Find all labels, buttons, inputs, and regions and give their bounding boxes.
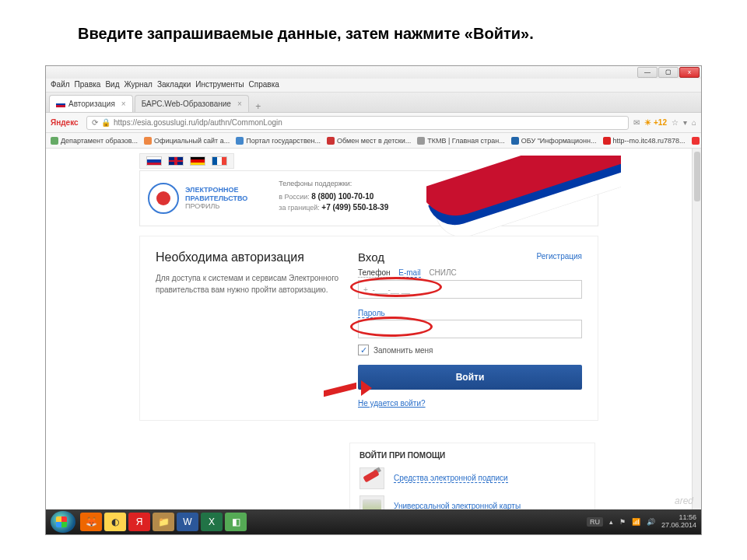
address-row: Яндекс ⟳ 🔒 https://esia.gosuslugi.ru/idp…: [46, 113, 701, 133]
bookmarks-bar: Департамент образов... Официальный сайт …: [46, 133, 701, 149]
tab-snils[interactable]: СНИЛС: [429, 268, 456, 277]
logo-text: ЭЛЕКТРОННОЕ ПРАВИТЕЛЬСТВО ПРОФИЛЬ: [185, 186, 247, 210]
tab-close-icon[interactable]: ×: [121, 100, 126, 108]
login-method-tabs: Телефон E-mail СНИЛС: [358, 268, 582, 277]
alt-item-signature[interactable]: Средства электронной подписи: [359, 467, 585, 489]
forgot-link[interactable]: Не удается войти?: [358, 399, 426, 408]
taskbar: 🦊 ◐ Я 📁 W X ◧ RU ▴ ⚑ 📶 🔊 11:56 27.06.201…: [46, 509, 701, 534]
auth-description: Для доступа к системам и сервисам Электр…: [156, 272, 350, 296]
close-button[interactable]: x: [679, 67, 700, 78]
auth-card: Необходима авторизация Для доступа к сис…: [139, 236, 598, 421]
mail-icon[interactable]: ✉: [633, 118, 640, 127]
lang-indicator[interactable]: RU: [587, 517, 603, 527]
password-input[interactable]: [358, 320, 582, 338]
minimize-button[interactable]: —: [637, 67, 658, 78]
alt-heading: ВОЙТИ ПРИ ПОМОЩИ: [359, 451, 585, 460]
explorer-icon[interactable]: 📁: [153, 513, 174, 531]
excel-icon[interactable]: X: [201, 513, 223, 531]
page-content: ЭЛЕКТРОННОЕ ПРАВИТЕЛЬСТВО ПРОФИЛЬ Телефо…: [46, 149, 701, 534]
search-engine-label[interactable]: Яндекс: [51, 118, 82, 127]
window-titlebar: — ▢ x: [46, 66, 701, 79]
menu-view[interactable]: Вид: [105, 80, 119, 90]
usb-token-icon: [359, 467, 384, 489]
bookmark-item[interactable]: Официальный сайт а...: [144, 137, 230, 145]
chrome-icon[interactable]: ◐: [104, 513, 126, 531]
tray-network-icon[interactable]: 📶: [632, 518, 640, 526]
system-tray: RU ▴ ⚑ 📶 🔊 11:56 27.06.2014: [587, 514, 696, 530]
bookmark-item[interactable]: ТКМВ | Главная стран...: [417, 137, 504, 145]
menu-edit[interactable]: Правка: [75, 80, 101, 90]
tray-sound-icon[interactable]: 🔊: [647, 518, 655, 526]
bookmark-star-icon[interactable]: ☆: [672, 118, 679, 127]
address-bar[interactable]: ⟳ 🔒 https://esia.gosuslugi.ru/idp/authn/…: [86, 116, 629, 130]
tab-label: Авторизация: [68, 100, 115, 108]
instruction-text: Введите запрашиваемые данные, затем нажм…: [0, 0, 747, 57]
lang-ru-icon[interactable]: [146, 156, 162, 166]
bookmark-item[interactable]: YouTube: [692, 137, 701, 145]
browser-window: — ▢ x Файл Правка Вид Журнал Закладки Ин…: [45, 65, 702, 535]
tab-bars[interactable]: БАРС.Web-Образование ×: [135, 95, 249, 112]
register-link[interactable]: Регистрация: [537, 252, 582, 261]
lock-icon: 🔒: [101, 118, 110, 127]
bookmark-item[interactable]: Департамент образов...: [51, 137, 138, 145]
tab-label: БАРС.Web-Образование: [142, 100, 231, 108]
remember-label: Запомнить меня: [374, 346, 433, 355]
toolbar-icons: ✉ ☀ +12 ☆ ▾ ⌂: [633, 118, 696, 127]
lang-fr-icon[interactable]: [212, 156, 227, 166]
app-icon[interactable]: ◧: [225, 513, 247, 531]
site-header: ЭЛЕКТРОННОЕ ПРАВИТЕЛЬСТВО ПРОФИЛЬ Телефо…: [139, 170, 598, 226]
alt-link: Средства электронной подписи: [394, 474, 508, 483]
weather-badge[interactable]: ☀ +12: [644, 118, 667, 127]
remember-row: ✓ Запомнить меня: [358, 345, 582, 355]
menu-help[interactable]: Справка: [249, 80, 279, 90]
tab-close-icon[interactable]: ×: [237, 100, 242, 108]
bookmark-item[interactable]: ОБУ "Информационн...: [511, 137, 597, 145]
vertical-scrollbar[interactable]: [692, 149, 701, 534]
home-icon[interactable]: ⌂: [692, 118, 696, 127]
remember-checkbox[interactable]: ✓: [358, 345, 369, 355]
menu-tools[interactable]: Инструменты: [195, 80, 244, 90]
lang-de-icon[interactable]: [190, 156, 205, 166]
watermark-text: ared: [675, 495, 693, 506]
tab-email[interactable]: E-mail: [398, 268, 420, 278]
password-label: Пароль: [358, 309, 385, 318]
clock[interactable]: 11:56 27.06.2014: [661, 514, 696, 530]
tab-strip: Авторизация × БАРС.Web-Образование × +: [46, 93, 701, 113]
phone-input[interactable]: [358, 280, 582, 299]
yandex-icon[interactable]: Я: [128, 513, 150, 531]
menu-file[interactable]: Файл: [51, 80, 70, 90]
login-button[interactable]: Войти: [358, 365, 582, 390]
menu-bookmarks[interactable]: Закладки: [157, 80, 191, 90]
gosuslugi-logo-icon: [148, 183, 179, 214]
menu-bar: Файл Правка Вид Журнал Закладки Инструме…: [46, 79, 701, 93]
tab-phone[interactable]: Телефон: [358, 268, 390, 278]
reload-icon[interactable]: ⟳: [92, 118, 98, 127]
flag-ribbons-decor: [426, 156, 621, 249]
bookmark-item[interactable]: Портал государствен...: [236, 137, 321, 145]
menu-history[interactable]: Журнал: [124, 80, 153, 90]
tray-flag-icon[interactable]: ⚑: [619, 518, 626, 526]
tray-up-icon[interactable]: ▴: [609, 518, 613, 526]
auth-heading: Необходима авторизация: [156, 250, 350, 264]
down-icon[interactable]: ▾: [683, 118, 687, 127]
annotation-arrow: [324, 382, 367, 396]
tab-auth[interactable]: Авторизация ×: [49, 95, 133, 112]
new-tab-button[interactable]: +: [251, 101, 266, 112]
ru-flag-icon: [56, 101, 65, 107]
language-switcher: [139, 153, 234, 169]
word-icon[interactable]: W: [177, 513, 198, 531]
start-button[interactable]: [51, 511, 75, 533]
maximize-button[interactable]: ▢: [658, 67, 679, 78]
url-text: https://esia.gosuslugi.ru/idp/authn/Comm…: [114, 118, 282, 127]
bookmark-item[interactable]: Обмен мест в детски...: [327, 137, 411, 145]
lang-en-icon[interactable]: [168, 156, 184, 166]
firefox-icon[interactable]: 🦊: [80, 513, 102, 531]
bookmark-item[interactable]: http--mo.itc48.ru7878...: [603, 137, 686, 145]
